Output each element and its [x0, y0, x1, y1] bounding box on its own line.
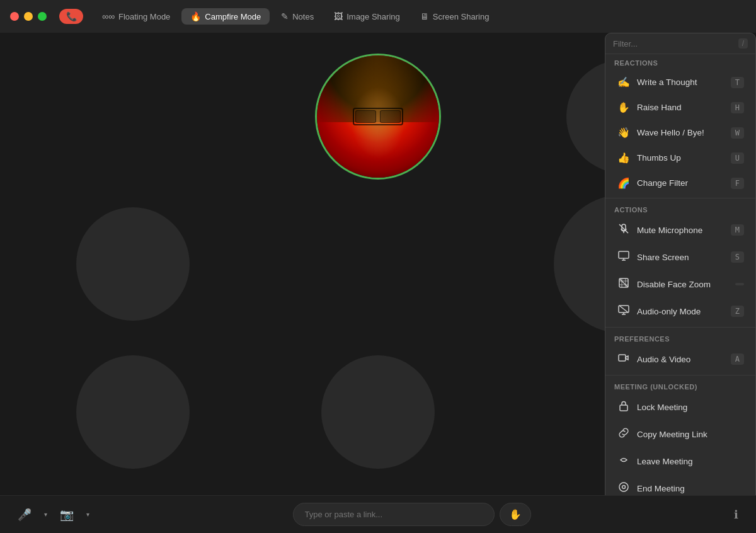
main-content: / REACTIONS ✍️ Write a Thought T ✋ Raise… — [0, 33, 756, 495]
share-screen-label: Share Screen — [637, 253, 724, 262]
participant-bubble — [321, 355, 435, 469]
tab-campfire-mode[interactable]: 🔥 Campfire Mode — [181, 8, 270, 25]
menu-item-disable-face-zoom[interactable]: Disable Face Zoom — [608, 271, 753, 297]
menu-item-lock-meeting[interactable]: Lock Meeting — [608, 394, 753, 420]
participant-bubble — [76, 207, 190, 321]
phone-icon: 📞 — [66, 11, 77, 21]
leave-meeting-label: Leave Meeting — [637, 457, 744, 466]
audio-only-label: Audio-only Mode — [637, 307, 724, 316]
raise-hand-icon: ✋ — [617, 101, 631, 113]
wave-hello-shortcut: W — [731, 127, 744, 139]
image-sharing-icon: 🖼 — [334, 11, 343, 21]
menu-item-share-screen[interactable]: Share Screen S — [608, 244, 753, 270]
floating-mode-icon: ∞∞ — [102, 11, 115, 21]
audio-video-shortcut: A — [731, 353, 744, 365]
actions-section-header: ACTIONS — [605, 201, 755, 216]
copy-meeting-link-label: Copy Meeting Link — [637, 430, 744, 439]
audio-video-icon — [617, 352, 631, 366]
link-input[interactable] — [293, 503, 495, 526]
menu-item-audio-only-mode[interactable]: Audio-only Mode Z — [608, 298, 753, 324]
info-button[interactable]: ℹ — [729, 504, 743, 525]
nav-tabs: ∞∞ Floating Mode 🔥 Campfire Mode ✎ Notes… — [93, 8, 746, 25]
audio-video-label: Audio & Video — [637, 355, 724, 364]
filter-shortcut-badge: / — [738, 38, 748, 49]
lock-meeting-label: Lock Meeting — [637, 403, 744, 412]
notes-icon: ✎ — [281, 11, 289, 21]
change-filter-label: Change Filter — [637, 178, 724, 188]
mic-chevron-button[interactable]: ▾ — [39, 507, 52, 522]
tab-screen-sharing[interactable]: 🖥 Screen Sharing — [411, 8, 498, 25]
filter-bar: / — [605, 33, 755, 54]
raise-hand-icon: ✋ — [509, 509, 522, 520]
tab-notes-label: Notes — [292, 12, 314, 21]
close-button[interactable] — [10, 12, 19, 21]
divider-reactions-actions — [605, 198, 755, 198]
menu-item-thumbs-up[interactable]: 👍 Thumbs Up U — [608, 146, 753, 170]
active-user-bubble — [315, 54, 441, 180]
menu-item-write-thought[interactable]: ✍️ Write a Thought T — [608, 70, 753, 95]
tab-campfire-label: Campfire Mode — [205, 12, 261, 21]
change-filter-icon: 🌈 — [617, 177, 631, 189]
maximize-button[interactable] — [38, 12, 47, 21]
traffic-lights — [10, 12, 47, 21]
microphone-button[interactable]: 🎤 — [13, 504, 37, 525]
camera-chevron-icon: ▾ — [86, 511, 89, 518]
disable-face-zoom-label: Disable Face Zoom — [637, 280, 729, 289]
wave-hello-icon: 👋 — [617, 127, 631, 139]
tab-notes[interactable]: ✎ Notes — [272, 8, 323, 25]
svg-point-14 — [622, 486, 626, 489]
write-thought-shortcut: T — [731, 77, 744, 88]
menu-item-audio-video[interactable]: Audio & Video A — [608, 346, 753, 372]
change-filter-shortcut: F — [731, 178, 744, 189]
audio-only-shortcut: Z — [731, 306, 744, 317]
camera-chevron-button[interactable]: ▾ — [81, 507, 94, 522]
divider-actions-preferences — [605, 327, 755, 328]
menu-item-copy-meeting-link[interactable]: Copy Meeting Link — [608, 421, 753, 447]
svg-rect-2 — [619, 251, 629, 258]
mic-chevron-icon: ▾ — [44, 511, 47, 518]
tab-image-sharing-label: Image Sharing — [346, 12, 400, 21]
mute-microphone-shortcut: M — [731, 224, 744, 236]
menu-item-change-filter[interactable]: 🌈 Change Filter F — [608, 171, 753, 195]
camera-icon: 📷 — [60, 508, 74, 522]
tab-image-sharing[interactable]: 🖼 Image Sharing — [325, 8, 409, 25]
menu-item-wave-hello[interactable]: 👋 Wave Hello / Bye! W — [608, 120, 753, 145]
end-meeting-icon — [617, 481, 631, 495]
end-call-button[interactable]: 📞 — [59, 9, 83, 24]
bottom-bar: 🎤 ▾ 📷 ▾ ✋ ℹ — [0, 495, 756, 533]
write-thought-icon: ✍️ — [617, 76, 631, 88]
svg-rect-12 — [620, 405, 627, 411]
svg-rect-11 — [619, 355, 626, 361]
minimize-button[interactable] — [24, 12, 33, 21]
disable-face-zoom-icon — [617, 277, 631, 291]
menu-item-raise-hand[interactable]: ✋ Raise Hand H — [608, 95, 753, 120]
end-meeting-label: End Meeting — [637, 484, 744, 493]
tab-floating-label: Floating Mode — [118, 12, 170, 21]
raise-hand-label: Raise Hand — [637, 103, 724, 112]
reactions-section-header: REACTIONS — [605, 54, 755, 69]
menu-item-leave-meeting[interactable]: Leave Meeting — [608, 448, 753, 474]
campfire-icon: 🔥 — [190, 11, 201, 21]
disable-face-zoom-shortcut — [735, 283, 744, 285]
info-icon: ℹ — [734, 508, 738, 522]
tab-floating-mode[interactable]: ∞∞ Floating Mode — [93, 8, 179, 25]
svg-point-13 — [619, 483, 628, 491]
bottom-center: ✋ — [97, 503, 726, 526]
context-menu: / REACTIONS ✍️ Write a Thought T ✋ Raise… — [605, 33, 756, 533]
menu-item-mute-microphone[interactable]: Mute Microphone M — [608, 217, 753, 243]
lock-meeting-icon — [617, 400, 631, 414]
svg-line-8 — [619, 306, 628, 312]
thumbs-up-shortcut: U — [731, 152, 744, 164]
copy-link-icon — [617, 427, 631, 441]
raise-hand-button[interactable]: ✋ — [500, 503, 531, 526]
titlebar: 📞 ∞∞ Floating Mode 🔥 Campfire Mode ✎ Not… — [0, 0, 756, 33]
filter-input[interactable] — [613, 39, 733, 49]
raise-hand-shortcut: H — [731, 102, 744, 113]
leave-meeting-icon — [617, 454, 631, 468]
camera-button[interactable]: 📷 — [55, 504, 79, 525]
wave-hello-label: Wave Hello / Bye! — [637, 128, 724, 137]
thumbs-up-label: Thumbs Up — [637, 153, 724, 163]
write-thought-label: Write a Thought — [637, 77, 724, 87]
mute-microphone-label: Mute Microphone — [637, 226, 724, 235]
share-screen-icon — [617, 250, 631, 264]
